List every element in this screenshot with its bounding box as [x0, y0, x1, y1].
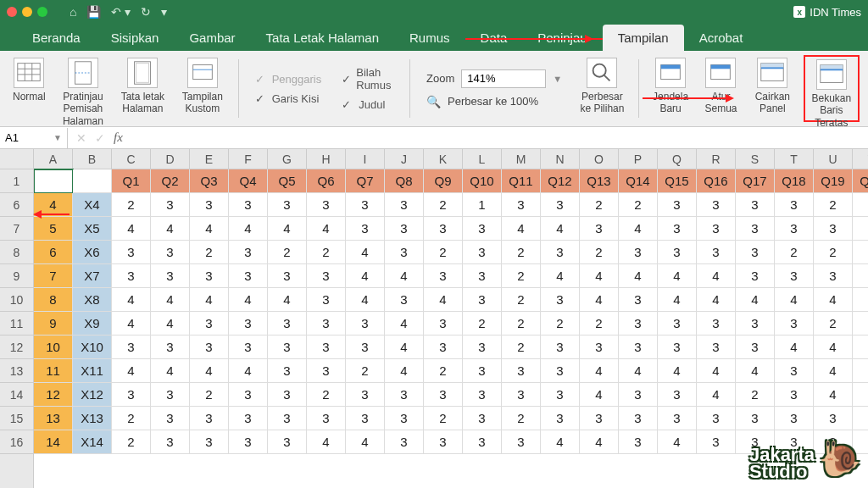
cell[interactable]: Q16	[697, 169, 736, 193]
cell[interactable]: 3	[268, 264, 307, 288]
cell[interactable]: 2	[346, 359, 385, 383]
cell[interactable]: 4	[112, 288, 151, 312]
confirm-formula-icon[interactable]: ✓	[95, 131, 105, 145]
name-box[interactable]: A1 ▼	[0, 128, 68, 148]
column-header[interactable]: D	[151, 149, 190, 169]
cell[interactable]: 3	[463, 407, 502, 430]
cell[interactable]: 4	[697, 264, 736, 288]
cell[interactable]: 3	[463, 241, 502, 264]
cell[interactable]: Q3	[190, 169, 229, 193]
column-header[interactable]: R	[697, 149, 736, 169]
cell[interactable]: 13	[34, 407, 73, 430]
column-header[interactable]: B	[73, 149, 112, 169]
cell[interactable]: 4	[619, 264, 658, 288]
cancel-formula-icon[interactable]: ✕	[76, 131, 86, 145]
cell[interactable]: 4	[619, 359, 658, 383]
cell[interactable]: 3	[424, 217, 463, 241]
column-header[interactable]: T	[775, 149, 814, 169]
cell[interactable]: 3	[463, 430, 502, 454]
cell[interactable]: 2	[580, 312, 619, 336]
cell[interactable]: 4	[658, 359, 697, 383]
minimize-window-icon[interactable]	[22, 7, 32, 17]
cell[interactable]: 3	[736, 407, 775, 430]
cell[interactable]: 4	[346, 430, 385, 454]
cell[interactable]: 4	[580, 359, 619, 383]
cell[interactable]: 3	[814, 264, 853, 288]
row-header[interactable]: 12	[0, 336, 33, 359]
cell[interactable]: 4	[151, 288, 190, 312]
cell[interactable]: 12	[34, 383, 73, 407]
cell[interactable]: Q8	[385, 169, 424, 193]
cell[interactable]: 3	[775, 193, 814, 217]
cell[interactable]: 3	[775, 407, 814, 430]
close-window-icon[interactable]	[7, 7, 17, 17]
cell[interactable]: 2	[619, 193, 658, 217]
row-header[interactable]: 7	[0, 217, 33, 241]
cell[interactable]: 4	[697, 383, 736, 407]
cell[interactable]: 4	[346, 264, 385, 288]
cell[interactable]: 3	[775, 383, 814, 407]
column-header[interactable]: E	[190, 149, 229, 169]
cell[interactable]: 3	[346, 217, 385, 241]
cell[interactable]: 4	[541, 264, 580, 288]
cell[interactable]: 4	[229, 217, 268, 241]
cell[interactable]: 3	[268, 383, 307, 407]
select-all-corner[interactable]	[0, 149, 33, 169]
cell[interactable]: 14	[34, 430, 73, 454]
cell[interactable]: 3	[775, 359, 814, 383]
cell[interactable]: 3	[541, 288, 580, 312]
cell[interactable]: 4	[502, 217, 541, 241]
cell[interactable]: 4	[697, 288, 736, 312]
row-header[interactable]: 10	[0, 288, 33, 312]
cell[interactable]: 4	[346, 288, 385, 312]
cell[interactable]: 4	[814, 359, 853, 383]
cell[interactable]: 3	[190, 264, 229, 288]
cell[interactable]: 3	[424, 383, 463, 407]
cell[interactable]: 4	[268, 288, 307, 312]
cell[interactable]: 3	[385, 430, 424, 454]
cell[interactable]: 3	[697, 430, 736, 454]
cell[interactable]: 3	[151, 336, 190, 359]
cell[interactable]: 2	[190, 241, 229, 264]
cell[interactable]: 2	[502, 407, 541, 430]
cell[interactable]: 2	[541, 312, 580, 336]
cell[interactable]	[73, 169, 112, 193]
cell[interactable]: 1	[463, 193, 502, 217]
cell[interactable]: 4	[346, 241, 385, 264]
tab-tata-letak-halaman[interactable]: Tata Letak Halaman	[251, 25, 394, 51]
column-header[interactable]: Q	[658, 149, 697, 169]
cell[interactable]: 2	[112, 193, 151, 217]
cell[interactable]: 3	[424, 312, 463, 336]
cell[interactable]	[34, 169, 73, 193]
cell[interactable]: Q15	[658, 169, 697, 193]
cell[interactable]: 3	[190, 312, 229, 336]
cell[interactable]: 3	[580, 336, 619, 359]
cell[interactable]: 4	[151, 312, 190, 336]
cell[interactable]: 4	[658, 264, 697, 288]
row-header[interactable]: 16	[0, 430, 33, 454]
cell[interactable]: 3	[112, 336, 151, 359]
redo-icon[interactable]: ↻	[141, 5, 151, 19]
cell[interactable]: Q7	[346, 169, 385, 193]
cell[interactable]: 3	[268, 407, 307, 430]
cell[interactable]: 4	[814, 288, 853, 312]
cell[interactable]: 3	[736, 312, 775, 336]
column-header[interactable]: H	[307, 149, 346, 169]
qat-customize-icon[interactable]: ▾	[161, 5, 167, 19]
cell[interactable]: 3	[424, 430, 463, 454]
row-header[interactable]: 8	[0, 241, 33, 264]
cell[interactable]: 4	[658, 288, 697, 312]
cell[interactable]: 3	[736, 336, 775, 359]
cell[interactable]: 3	[853, 264, 868, 288]
cell[interactable]: 9	[34, 312, 73, 336]
cell[interactable]: 4	[580, 430, 619, 454]
cell[interactable]: 3	[424, 336, 463, 359]
cell[interactable]: 3	[385, 241, 424, 264]
cell[interactable]: 4	[775, 336, 814, 359]
cell[interactable]: 2	[424, 193, 463, 217]
cell[interactable]: 2	[814, 312, 853, 336]
cell[interactable]: 4	[775, 288, 814, 312]
cell[interactable]: 3	[190, 430, 229, 454]
column-header[interactable]: L	[463, 149, 502, 169]
zoom-input[interactable]	[461, 69, 546, 88]
